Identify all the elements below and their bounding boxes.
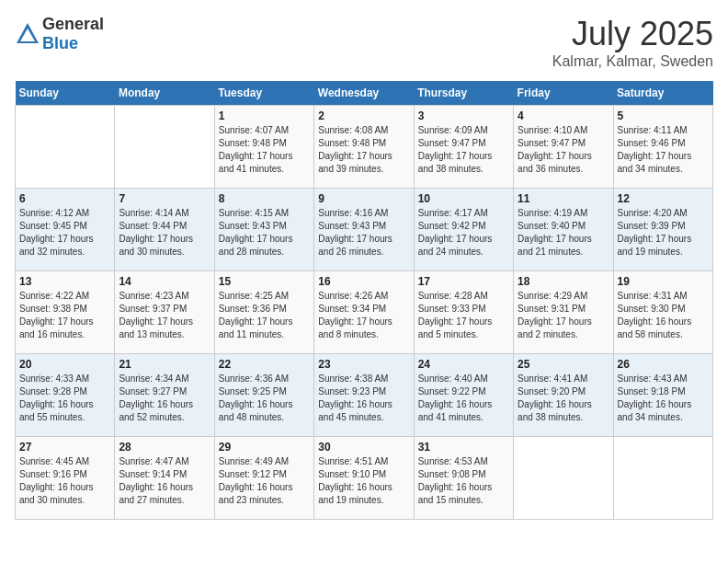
logo-text: General Blue (42, 15, 104, 53)
day-number: 2 (318, 109, 409, 122)
day-info: Sunrise: 4:28 AM Sunset: 9:33 PM Dayligh… (418, 290, 509, 341)
col-saturday: Saturday (613, 81, 712, 106)
day-cell: 22Sunrise: 4:36 AM Sunset: 9:25 PM Dayli… (214, 354, 313, 437)
day-number: 24 (418, 358, 509, 371)
day-number: 6 (19, 192, 110, 205)
day-number: 15 (219, 275, 310, 288)
calendar-body: 1Sunrise: 4:07 AM Sunset: 9:48 PM Daylig… (16, 106, 713, 520)
week-row-0: 1Sunrise: 4:07 AM Sunset: 9:48 PM Daylig… (16, 106, 713, 189)
day-cell: 3Sunrise: 4:09 AM Sunset: 9:47 PM Daylig… (414, 106, 513, 189)
col-thursday: Thursday (414, 81, 513, 106)
page-header: General Blue July 2025 Kalmar, Kalmar, S… (15, 15, 713, 70)
day-cell: 11Sunrise: 4:19 AM Sunset: 9:40 PM Dayli… (514, 189, 613, 271)
day-cell: 10Sunrise: 4:17 AM Sunset: 9:42 PM Dayli… (414, 189, 513, 271)
day-cell (115, 106, 214, 189)
day-number: 28 (119, 441, 210, 454)
day-number: 31 (418, 441, 509, 454)
day-cell: 21Sunrise: 4:34 AM Sunset: 9:27 PM Dayli… (115, 354, 214, 437)
day-cell: 8Sunrise: 4:15 AM Sunset: 9:43 PM Daylig… (214, 189, 313, 271)
day-info: Sunrise: 4:43 AM Sunset: 9:18 PM Dayligh… (618, 373, 709, 424)
calendar-header: Sunday Monday Tuesday Wednesday Thursday… (16, 81, 713, 106)
week-row-3: 20Sunrise: 4:33 AM Sunset: 9:28 PM Dayli… (16, 354, 713, 437)
day-info: Sunrise: 4:10 AM Sunset: 9:47 PM Dayligh… (518, 124, 609, 176)
day-info: Sunrise: 4:45 AM Sunset: 9:16 PM Dayligh… (19, 455, 110, 507)
col-wednesday: Wednesday (314, 81, 414, 106)
day-number: 16 (318, 275, 409, 288)
month-title: July 2025 (552, 15, 713, 53)
day-cell: 24Sunrise: 4:40 AM Sunset: 9:22 PM Dayli… (414, 354, 513, 437)
day-number: 26 (618, 358, 709, 371)
day-info: Sunrise: 4:07 AM Sunset: 9:48 PM Dayligh… (219, 124, 310, 176)
day-number: 7 (119, 192, 210, 205)
day-info: Sunrise: 4:25 AM Sunset: 9:36 PM Dayligh… (219, 290, 310, 341)
day-cell: 23Sunrise: 4:38 AM Sunset: 9:23 PM Dayli… (314, 354, 414, 437)
logo: General Blue (15, 15, 104, 53)
week-row-4: 27Sunrise: 4:45 AM Sunset: 9:16 PM Dayli… (16, 437, 713, 520)
week-row-1: 6Sunrise: 4:12 AM Sunset: 9:45 PM Daylig… (16, 189, 713, 271)
day-number: 1 (219, 109, 310, 122)
col-monday: Monday (115, 81, 214, 106)
logo-general: General (42, 15, 104, 33)
day-info: Sunrise: 4:17 AM Sunset: 9:42 PM Dayligh… (418, 207, 509, 259)
day-number: 27 (19, 441, 110, 454)
day-info: Sunrise: 4:33 AM Sunset: 9:28 PM Dayligh… (19, 373, 110, 424)
day-info: Sunrise: 4:36 AM Sunset: 9:25 PM Dayligh… (219, 373, 310, 424)
logo-icon (15, 21, 40, 47)
day-cell: 25Sunrise: 4:41 AM Sunset: 9:20 PM Dayli… (514, 354, 613, 437)
day-cell: 30Sunrise: 4:51 AM Sunset: 9:10 PM Dayli… (314, 437, 414, 520)
day-cell: 7Sunrise: 4:14 AM Sunset: 9:44 PM Daylig… (115, 189, 214, 271)
day-cell: 18Sunrise: 4:29 AM Sunset: 9:31 PM Dayli… (514, 271, 613, 354)
day-info: Sunrise: 4:41 AM Sunset: 9:20 PM Dayligh… (518, 373, 609, 424)
day-info: Sunrise: 4:16 AM Sunset: 9:43 PM Dayligh… (318, 207, 409, 259)
day-number: 13 (19, 275, 110, 288)
day-cell: 20Sunrise: 4:33 AM Sunset: 9:28 PM Dayli… (16, 354, 115, 437)
day-cell: 17Sunrise: 4:28 AM Sunset: 9:33 PM Dayli… (414, 271, 513, 354)
day-info: Sunrise: 4:53 AM Sunset: 9:08 PM Dayligh… (418, 455, 509, 507)
day-number: 14 (119, 275, 210, 288)
day-cell: 9Sunrise: 4:16 AM Sunset: 9:43 PM Daylig… (314, 189, 414, 271)
day-cell: 6Sunrise: 4:12 AM Sunset: 9:45 PM Daylig… (16, 189, 115, 271)
day-number: 10 (418, 192, 509, 205)
day-number: 4 (518, 109, 609, 122)
day-number: 29 (219, 441, 310, 454)
day-info: Sunrise: 4:47 AM Sunset: 9:14 PM Dayligh… (119, 455, 210, 507)
day-info: Sunrise: 4:29 AM Sunset: 9:31 PM Dayligh… (518, 290, 609, 341)
col-tuesday: Tuesday (214, 81, 313, 106)
week-row-2: 13Sunrise: 4:22 AM Sunset: 9:38 PM Dayli… (16, 271, 713, 354)
col-sunday: Sunday (16, 81, 115, 106)
day-cell: 4Sunrise: 4:10 AM Sunset: 9:47 PM Daylig… (514, 106, 613, 189)
day-info: Sunrise: 4:19 AM Sunset: 9:40 PM Dayligh… (518, 207, 609, 259)
day-number: 23 (318, 358, 409, 371)
day-cell: 5Sunrise: 4:11 AM Sunset: 9:46 PM Daylig… (613, 106, 712, 189)
day-cell: 31Sunrise: 4:53 AM Sunset: 9:08 PM Dayli… (414, 437, 513, 520)
day-info: Sunrise: 4:08 AM Sunset: 9:48 PM Dayligh… (318, 124, 409, 176)
day-cell: 29Sunrise: 4:49 AM Sunset: 9:12 PM Dayli… (214, 437, 313, 520)
day-info: Sunrise: 4:51 AM Sunset: 9:10 PM Dayligh… (318, 455, 409, 507)
day-info: Sunrise: 4:20 AM Sunset: 9:39 PM Dayligh… (618, 207, 709, 259)
day-info: Sunrise: 4:49 AM Sunset: 9:12 PM Dayligh… (219, 455, 310, 507)
day-info: Sunrise: 4:09 AM Sunset: 9:47 PM Dayligh… (418, 124, 509, 176)
day-info: Sunrise: 4:11 AM Sunset: 9:46 PM Dayligh… (618, 124, 709, 176)
day-cell: 26Sunrise: 4:43 AM Sunset: 9:18 PM Dayli… (613, 354, 712, 437)
day-cell: 28Sunrise: 4:47 AM Sunset: 9:14 PM Dayli… (115, 437, 214, 520)
day-cell: 14Sunrise: 4:23 AM Sunset: 9:37 PM Dayli… (115, 271, 214, 354)
day-info: Sunrise: 4:12 AM Sunset: 9:45 PM Dayligh… (19, 207, 110, 259)
day-number: 5 (618, 109, 709, 122)
day-cell (514, 437, 613, 520)
day-number: 30 (318, 441, 409, 454)
day-cell: 1Sunrise: 4:07 AM Sunset: 9:48 PM Daylig… (214, 106, 313, 189)
day-cell: 16Sunrise: 4:26 AM Sunset: 9:34 PM Dayli… (314, 271, 414, 354)
calendar-table: Sunday Monday Tuesday Wednesday Thursday… (15, 81, 713, 520)
day-number: 8 (219, 192, 310, 205)
day-number: 22 (219, 358, 310, 371)
day-cell: 13Sunrise: 4:22 AM Sunset: 9:38 PM Dayli… (16, 271, 115, 354)
day-number: 19 (618, 275, 709, 288)
day-info: Sunrise: 4:38 AM Sunset: 9:23 PM Dayligh… (318, 373, 409, 424)
day-cell: 2Sunrise: 4:08 AM Sunset: 9:48 PM Daylig… (314, 106, 414, 189)
day-number: 12 (618, 192, 709, 205)
day-cell (16, 106, 115, 189)
day-info: Sunrise: 4:34 AM Sunset: 9:27 PM Dayligh… (119, 373, 210, 424)
location-title: Kalmar, Kalmar, Sweden (552, 53, 713, 70)
day-info: Sunrise: 4:31 AM Sunset: 9:30 PM Dayligh… (618, 290, 709, 341)
day-info: Sunrise: 4:22 AM Sunset: 9:38 PM Dayligh… (19, 290, 110, 341)
